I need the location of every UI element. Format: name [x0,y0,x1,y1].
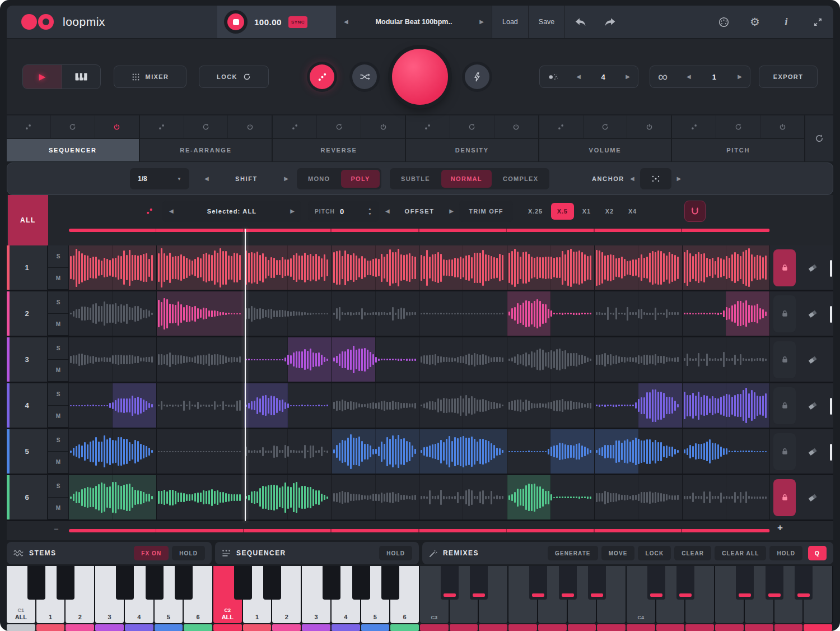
clip-cell[interactable] [157,337,245,382]
clip-cell[interactable] [244,383,332,428]
mute-button[interactable]: M [48,360,68,382]
black-key[interactable] [234,566,252,600]
magnet-button[interactable] [684,201,706,222]
clip-cell[interactable] [69,337,157,382]
clip-cell[interactable] [507,245,595,290]
refresh-icon[interactable] [51,115,95,138]
clip-cell[interactable] [244,475,332,519]
redo-button[interactable] [595,17,626,27]
black-key[interactable] [323,566,340,600]
variation-prev-button[interactable]: ◀ [576,74,581,80]
black-key[interactable] [588,566,606,600]
black-key[interactable] [676,566,694,600]
remix-hold-button[interactable]: HOLD [769,546,802,560]
black-key[interactable] [559,566,577,600]
clip-cell[interactable] [244,245,332,290]
black-key[interactable] [736,566,754,600]
clip-cell[interactable] [419,383,507,428]
clip-cell[interactable] [507,383,595,428]
module-tab-pitch[interactable]: PITCH [672,139,804,161]
track-number[interactable]: 3 [7,337,48,382]
black-key[interactable] [381,566,399,600]
power-icon[interactable] [760,115,804,138]
trim-button[interactable]: TRIM OFF [459,201,513,222]
fx-on-button[interactable]: FX ON [134,546,169,560]
lock-icon[interactable] [773,295,796,332]
clip-cell[interactable] [683,429,771,474]
black-key[interactable] [146,566,164,600]
mute-button[interactable]: M [48,268,68,290]
dice-icon[interactable] [539,115,584,138]
clip-cell[interactable] [69,291,157,336]
track-number[interactable]: 6 [7,475,48,519]
mixer-button[interactable]: MIXER [114,66,186,88]
midi-icon[interactable] [708,17,739,27]
power-icon[interactable] [494,115,538,138]
clip-cell[interactable] [507,475,595,519]
stepper-arrows-icon[interactable]: ▲▼ [368,207,372,216]
selected-prev-button[interactable]: ◀ [169,208,174,214]
speed-x.5[interactable]: X.5 [551,203,574,220]
module-tab-re-arrange[interactable]: RE-ARRANGE [140,139,272,161]
refresh-icon[interactable] [584,115,628,138]
stems-hold-button[interactable]: HOLD [172,546,205,560]
clip-cell[interactable] [157,291,245,336]
preset-next-button[interactable]: ▶ [479,19,484,25]
zoom-in-button[interactable]: + [777,522,783,533]
modules-refresh-button[interactable] [805,115,833,161]
clip-cell[interactable] [683,383,771,428]
rate-dropdown[interactable]: 1/8 ▼ [130,168,189,189]
solo-button[interactable]: S [48,291,68,314]
remix-clear-button[interactable]: CLEAR [674,546,711,560]
track-scroll-thumb[interactable] [830,260,832,277]
lock-toggle-button[interactable]: LOCK [199,66,269,88]
main-remix-button[interactable] [392,49,448,105]
black-key[interactable] [175,566,193,600]
speed-x4[interactable]: X4 [622,203,643,220]
dice-icon[interactable] [672,115,716,138]
clip-cell[interactable] [244,429,332,474]
bpm-display[interactable]: 100.00 [254,17,282,27]
clip-cell[interactable] [507,337,595,382]
preset-prev-button[interactable]: ◀ [344,19,348,25]
mute-button[interactable]: M [48,314,68,336]
remix-lock-button[interactable]: LOCK [638,546,671,560]
remix-generate-button[interactable]: GENERATE [548,546,598,560]
mute-button[interactable]: M [48,406,68,428]
clip-cell[interactable] [683,475,771,519]
clip-cell[interactable] [595,429,683,474]
all-tracks-button[interactable]: ALL [8,195,48,245]
offset-left-button[interactable]: ◀ [385,208,390,214]
anchor-next-button[interactable]: ▶ [677,176,682,182]
clip-cell[interactable] [595,337,683,382]
clip-cell[interactable] [244,291,332,336]
black-key[interactable] [27,566,45,600]
export-button[interactable]: EXPORT [759,66,818,88]
timeline-overview-bar[interactable] [69,529,770,532]
black-key[interactable] [263,566,281,600]
loop-next-button[interactable]: ▶ [738,74,742,80]
clip-cell[interactable] [157,475,245,519]
power-icon[interactable] [627,115,671,138]
sequencer-hold-button[interactable]: HOLD [379,546,412,560]
eraser-icon[interactable] [808,401,818,410]
clip-cell[interactable] [332,429,420,474]
eraser-icon[interactable] [808,263,818,272]
refresh-icon[interactable] [716,115,760,138]
clip-cell[interactable] [595,475,683,519]
dice-icon[interactable] [406,115,450,138]
clip-cell[interactable] [419,475,507,519]
variation-next-button[interactable]: ▶ [626,74,630,80]
solo-button[interactable]: S [48,245,68,268]
speed-x2[interactable]: X2 [599,203,620,220]
quantize-button[interactable]: Q [808,546,827,560]
remix-clear-all-button[interactable]: CLEAR ALL [715,546,766,560]
loop-progress-bar[interactable] [69,229,770,232]
dice-icon[interactable] [7,115,51,138]
clip-cell[interactable] [419,291,507,336]
track-number[interactable]: 4 [7,383,48,428]
black-key[interactable] [57,566,74,600]
eraser-icon[interactable] [808,493,818,502]
refresh-icon[interactable] [450,115,494,138]
anchor-prev-button[interactable]: ◀ [630,176,634,182]
